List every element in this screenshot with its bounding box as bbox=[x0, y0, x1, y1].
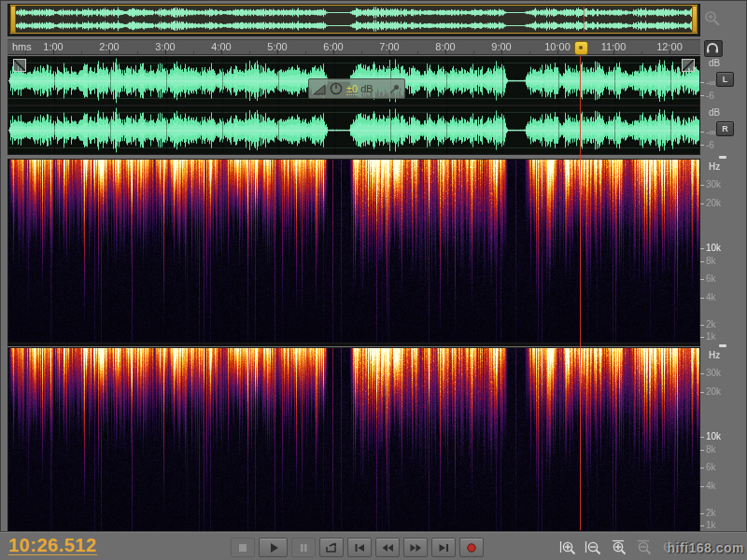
scale-tick bbox=[700, 248, 704, 249]
transport-skip-to-start-button[interactable] bbox=[347, 538, 372, 557]
ruler-major-tick bbox=[109, 49, 110, 54]
selection-handle-right[interactable] bbox=[692, 6, 698, 33]
timeline-ruler[interactable]: hms 1:002:003:004:005:006:007:008:009:00… bbox=[7, 39, 700, 55]
zoom-out-button[interactable] bbox=[583, 539, 602, 556]
freq-tick-label: 30k bbox=[706, 369, 721, 378]
scale-tick bbox=[700, 132, 704, 133]
overview-strip[interactable] bbox=[7, 4, 700, 36]
freq-tick-label: 8k bbox=[706, 257, 716, 266]
zoom-in-amplitude-icon bbox=[635, 539, 652, 555]
db-unit-label: dB bbox=[709, 58, 720, 68]
waveform-channel-right[interactable] bbox=[7, 105, 700, 155]
zoom-to-selection-icon bbox=[610, 539, 627, 555]
freq-scale-2[interactable]: Hz30k20k10k8k6k4k2k1k bbox=[700, 347, 743, 530]
ruler-minor-tick bbox=[81, 51, 82, 54]
collapse-arrow-icon[interactable] bbox=[719, 156, 726, 159]
spectrogram-right-canvas[interactable] bbox=[8, 348, 699, 531]
transport-loop-playback-button[interactable] bbox=[319, 538, 344, 557]
freq-tick-label: 30k bbox=[706, 180, 721, 189]
ruler-minor-tick bbox=[361, 51, 362, 54]
freq-tick-label: 2k bbox=[706, 320, 716, 329]
scale-tick bbox=[700, 337, 704, 338]
headphone-icon bbox=[705, 41, 720, 54]
freq-tick-label: 6k bbox=[706, 463, 716, 472]
db-scale-r[interactable]: dB-∞-6R bbox=[700, 105, 743, 153]
freq-tick-label: 10k bbox=[706, 432, 721, 441]
scale-tick bbox=[700, 450, 704, 451]
ruler-major-tick bbox=[389, 49, 390, 54]
collapse-arrow-icon[interactable] bbox=[719, 344, 726, 347]
zoom-in-amplitude-button[interactable] bbox=[633, 539, 653, 556]
scale-tick bbox=[700, 298, 704, 299]
ruler-major-tick bbox=[445, 49, 446, 54]
spectrogram-right[interactable] bbox=[7, 347, 700, 532]
db-unit-label: dB bbox=[709, 107, 720, 118]
time-display[interactable]: 10:26.512 bbox=[8, 536, 97, 555]
ruler-minor-tick bbox=[249, 51, 250, 54]
ruler-unit-label: hms bbox=[12, 41, 32, 52]
play-icon bbox=[267, 542, 280, 553]
transport-record-button[interactable] bbox=[459, 538, 484, 557]
zoom-ghost-icon bbox=[703, 9, 722, 28]
spectrogram-left-canvas[interactable] bbox=[8, 160, 699, 343]
ruler-major-tick bbox=[613, 49, 614, 54]
status-bar: 10:26.512 hifi168.com bbox=[0, 531, 747, 560]
transport-play-button[interactable] bbox=[259, 538, 288, 557]
hud-gain-value[interactable]: ±0 dB bbox=[346, 83, 374, 94]
channel-badge-r[interactable]: R bbox=[716, 121, 734, 136]
waveform-right-canvas[interactable] bbox=[8, 106, 699, 154]
freq-tick-label: 2k bbox=[706, 509, 716, 518]
pin-icon[interactable] bbox=[388, 83, 401, 95]
transport-skip-to-end-button[interactable] bbox=[431, 538, 456, 557]
headphone-monitor-button[interactable] bbox=[704, 40, 723, 57]
fade-in-handle[interactable] bbox=[13, 59, 26, 72]
freq-tick-label: 10k bbox=[706, 244, 721, 253]
freq-tick-label: 8k bbox=[706, 445, 716, 455]
playhead-marker[interactable] bbox=[574, 41, 588, 55]
scale-tick bbox=[700, 279, 704, 280]
freq-unit-label: Hz bbox=[709, 161, 720, 172]
stop-icon bbox=[236, 542, 249, 553]
transport-stop-button[interactable] bbox=[231, 538, 255, 557]
ruler-major-tick bbox=[669, 49, 670, 54]
ruler-minor-tick bbox=[529, 51, 530, 54]
scale-tick bbox=[700, 468, 704, 469]
freq-scale-1[interactable]: Hz30k20k10k8k6k4k2k1k bbox=[700, 159, 743, 342]
transport-pause-button[interactable] bbox=[291, 538, 316, 557]
skip-to-start-icon bbox=[353, 542, 366, 553]
freq-tick-label: 1k bbox=[706, 521, 716, 530]
fade-out-handle[interactable] bbox=[682, 59, 695, 72]
zoom-to-selection-button[interactable] bbox=[608, 539, 627, 556]
gain-knob-icon[interactable] bbox=[330, 82, 343, 95]
overview-selection[interactable] bbox=[10, 5, 698, 34]
ruler-major-tick bbox=[277, 49, 278, 54]
ruler-minor-tick bbox=[25, 51, 26, 54]
ruler-minor-tick bbox=[137, 51, 138, 54]
freq-tick-label: 20k bbox=[706, 199, 721, 208]
selection-handle-left[interactable] bbox=[10, 6, 16, 33]
record-icon bbox=[465, 542, 478, 553]
ruler-minor-tick bbox=[305, 51, 306, 54]
transport-fast-forward-button[interactable] bbox=[403, 538, 428, 557]
ruler-major-tick bbox=[53, 49, 54, 54]
ruler-minor-tick bbox=[193, 51, 194, 54]
scale-tick bbox=[700, 513, 704, 514]
fade-ramp-icon[interactable] bbox=[313, 83, 326, 95]
spectrogram-left[interactable] bbox=[7, 159, 700, 343]
ruler-major-tick bbox=[165, 49, 166, 54]
ruler-minor-tick bbox=[417, 51, 418, 54]
db-tick-label: -6 bbox=[706, 91, 714, 101]
freq-tick-label: 4k bbox=[706, 293, 716, 302]
scale-tick bbox=[700, 185, 704, 186]
scale-tick bbox=[700, 203, 704, 204]
db-scale-l[interactable]: dB-∞-6L bbox=[700, 56, 743, 104]
playhead-line bbox=[580, 56, 581, 530]
db-tick-label: -6 bbox=[706, 141, 714, 150]
channel-badge-l[interactable]: L bbox=[716, 72, 734, 87]
zoom-in-button[interactable] bbox=[557, 539, 577, 556]
watermark: hifi168.com bbox=[667, 540, 744, 555]
transport-rewind-button[interactable] bbox=[375, 538, 400, 557]
scale-tick bbox=[700, 82, 704, 83]
freq-unit-label: Hz bbox=[709, 350, 720, 360]
spectrogram-divider[interactable] bbox=[7, 343, 700, 346]
